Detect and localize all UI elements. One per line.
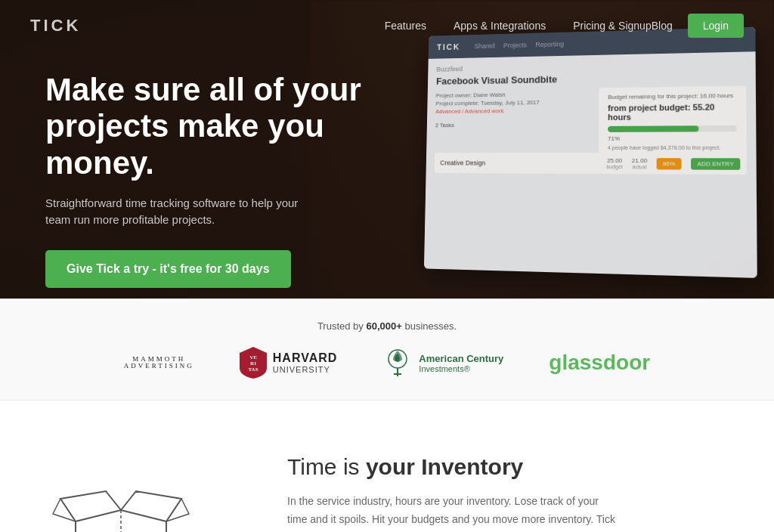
nav-link-features[interactable]: Features [385, 20, 426, 32]
hero-cta-button[interactable]: Give Tick a try - it's free for 30 days [45, 250, 291, 288]
mockup-project-title: Facebook Visual Soundbite [436, 73, 580, 87]
mockup-hours-note: 4 people have logged $4,378.00 to this p… [608, 145, 737, 150]
mockup-progress-bar [608, 125, 698, 132]
mockup-body: Buzzfeed Facebook Visual Soundbite Proje… [424, 51, 757, 278]
harvard-sub: UNIVERSITY [273, 365, 338, 374]
trusted-section: Trusted by 60,000+ businesses. MAMMOTH A… [0, 298, 774, 401]
glassdoor-logo: glassdoor [549, 351, 650, 375]
mockup-task-status-btn[interactable]: 86% [656, 158, 681, 169]
features-title-pre: Time is [287, 454, 366, 479]
features-body: In the service industry, hours are your … [287, 493, 620, 532]
mockup-tasks-section: Creative Design 25.00 budget 21.00 actua… [435, 153, 747, 178]
trusted-label: Trusted by 60,000+ businesses. [30, 320, 744, 332]
mockup-project-section: Buzzfeed Facebook Visual Soundbite Proje… [435, 63, 580, 133]
harvard-text: HARVARD UNIVERSITY [273, 351, 338, 374]
harvard-logo: VE RI TAS HARVARD UNIVERSITY [240, 347, 338, 379]
svg-text:VE: VE [249, 354, 257, 360]
mockup-progress-bar-container [608, 125, 737, 132]
mockup-tasks-label: 2 Tasks [435, 121, 580, 128]
mockup-meta2: Project complete: Tuesday, July 11, 2017 [435, 99, 579, 107]
mockup-task-details: 25.00 budget 21.00 actual 86% ADD ENTRY [606, 157, 740, 170]
american-name: American Century [419, 353, 503, 364]
mockup-task-actual: 21.00 actual [632, 157, 647, 169]
american-sub: Investments® [419, 364, 503, 373]
mockup-progress-pct: 71% [608, 135, 737, 142]
mammoth-logo: MAMMOTH ADVERTISING [124, 356, 194, 370]
navbar: TICK Features Apps & Integrations Pricin… [0, 0, 774, 51]
harvard-name: HARVARD [273, 351, 338, 365]
mockup-budget-note: from project budget: 55.20 hours [608, 102, 737, 122]
hero-subtitle: Straightforward time tracking software t… [45, 195, 317, 229]
mockup-task-row: Creative Design 25.00 budget 21.00 actua… [435, 153, 747, 175]
login-button[interactable]: Login [688, 14, 744, 38]
nav-links: Features Apps & Integrations Pricing & S… [385, 19, 652, 32]
mockup-project-label: Buzzfeed [436, 63, 580, 73]
american-tree-icon [382, 348, 413, 378]
svg-text:RI: RI [250, 360, 256, 367]
trusted-logos: MAMMOTH ADVERTISING VE RI TAS HARVARD UN… [30, 347, 744, 379]
hero-section: TICK Features Apps & Integrations Pricin… [0, 0, 774, 298]
nav-link-apps[interactable]: Apps & Integrations [454, 20, 546, 32]
hero-title: Make sure all of your projects make you … [45, 72, 363, 181]
american-text: American Century Investments® [419, 353, 503, 373]
svg-text:TAS: TAS [248, 367, 258, 373]
mockup-task-name: Creative Design [440, 159, 485, 167]
nav-logo: TICK [30, 16, 81, 36]
trusted-count: 60,000+ [366, 320, 401, 332]
mockup-task-budget: 25.00 budget [606, 157, 623, 169]
nav-item-features[interactable]: Features [385, 19, 426, 32]
nav-link-pricing[interactable]: Pricing & Signup [573, 20, 652, 32]
harvard-shield-icon: VE RI TAS [240, 347, 267, 379]
inventory-illustration [45, 446, 227, 532]
nav-blog-link[interactable]: Blog [652, 20, 673, 32]
mockup-budget-box: Budget remaining for this project: 16.00… [599, 85, 747, 156]
features-title: Time is your Inventory [287, 453, 744, 481]
american-logo: American Century Investments® [382, 348, 503, 378]
mammoth-sub: ADVERTISING [124, 363, 194, 370]
features-illustration [30, 446, 242, 532]
features-content: Time is your Inventory In the service in… [287, 446, 744, 532]
mockup-meta1: Project owner: Diane Walsh [436, 91, 580, 99]
mockup-add-entry-btn[interactable]: ADD ENTRY [691, 158, 740, 170]
mockup-red-link[interactable]: Advanced / Advanced work [435, 107, 579, 115]
nav-item-apps[interactable]: Apps & Integrations [454, 19, 546, 32]
mockup-budget-label: Budget remaining for this project: 16.00… [608, 92, 736, 101]
features-title-bold: your Inventory [366, 454, 523, 479]
features-section: Time is your Inventory In the service in… [0, 401, 774, 532]
nav-item-pricing[interactable]: Pricing & Signup [573, 19, 652, 32]
app-mockup: TICK Shared Projects Reporting Buzzfeed … [424, 27, 757, 278]
